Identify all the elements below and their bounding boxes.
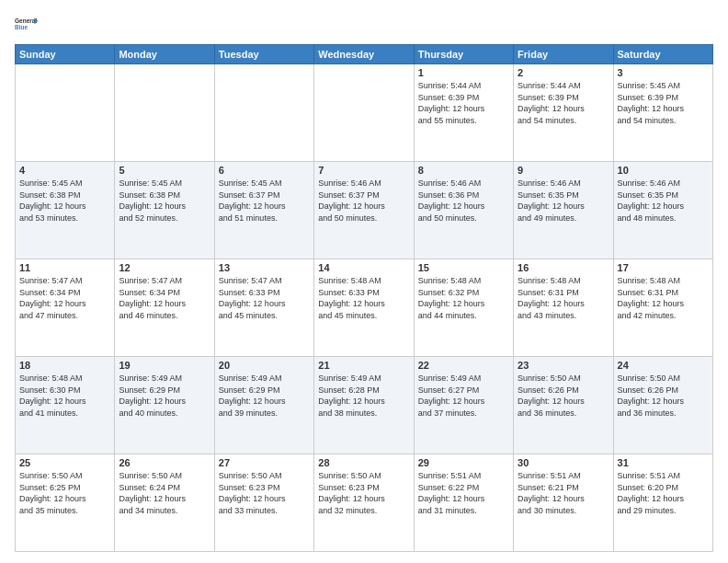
col-header-wednesday: Wednesday: [314, 45, 414, 64]
logo-icon: GeneralBlue: [15, 11, 40, 37]
calendar-cell: 24Sunrise: 5:50 AM Sunset: 6:26 PM Dayli…: [613, 357, 712, 454]
calendar-week-1: 1Sunrise: 5:44 AM Sunset: 6:39 PM Daylig…: [16, 64, 713, 162]
col-header-saturday: Saturday: [613, 45, 712, 64]
header: GeneralBlue: [15, 11, 713, 37]
day-number: 20: [219, 360, 310, 371]
day-number: 8: [418, 165, 509, 176]
calendar-cell: 3Sunrise: 5:45 AM Sunset: 6:39 PM Daylig…: [613, 64, 712, 162]
day-number: 21: [318, 360, 409, 371]
svg-text:Blue: Blue: [15, 24, 28, 30]
day-number: 23: [518, 360, 609, 371]
calendar-cell: 20Sunrise: 5:49 AM Sunset: 6:29 PM Dayli…: [214, 357, 313, 454]
day-info: Sunrise: 5:48 AM Sunset: 6:31 PM Dayligh…: [618, 275, 709, 321]
calendar-body: 1Sunrise: 5:44 AM Sunset: 6:39 PM Daylig…: [16, 64, 713, 552]
col-header-thursday: Thursday: [414, 45, 513, 64]
col-header-sunday: Sunday: [16, 45, 115, 64]
calendar-cell: 25Sunrise: 5:50 AM Sunset: 6:25 PM Dayli…: [16, 454, 115, 552]
day-number: 27: [219, 457, 310, 468]
calendar-cell: 1Sunrise: 5:44 AM Sunset: 6:39 PM Daylig…: [414, 64, 513, 162]
day-number: 16: [518, 262, 609, 273]
calendar-cell: [16, 64, 115, 162]
day-info: Sunrise: 5:48 AM Sunset: 6:32 PM Dayligh…: [418, 275, 509, 321]
day-number: 5: [119, 165, 210, 176]
day-info: Sunrise: 5:48 AM Sunset: 6:31 PM Dayligh…: [518, 275, 609, 321]
day-number: 24: [618, 360, 709, 371]
calendar-cell: 18Sunrise: 5:48 AM Sunset: 6:30 PM Dayli…: [16, 357, 115, 454]
col-header-friday: Friday: [514, 45, 613, 64]
calendar-cell: 11Sunrise: 5:47 AM Sunset: 6:34 PM Dayli…: [16, 259, 115, 357]
day-number: 25: [19, 457, 110, 468]
day-info: Sunrise: 5:47 AM Sunset: 6:34 PM Dayligh…: [19, 275, 110, 321]
calendar-week-2: 4Sunrise: 5:45 AM Sunset: 6:38 PM Daylig…: [16, 162, 713, 259]
calendar-cell: 10Sunrise: 5:46 AM Sunset: 6:35 PM Dayli…: [613, 162, 712, 259]
calendar-cell: 2Sunrise: 5:44 AM Sunset: 6:39 PM Daylig…: [514, 64, 613, 162]
day-info: Sunrise: 5:46 AM Sunset: 6:37 PM Dayligh…: [318, 178, 409, 224]
calendar-cell: 14Sunrise: 5:48 AM Sunset: 6:33 PM Dayli…: [314, 259, 414, 357]
calendar-cell: 17Sunrise: 5:48 AM Sunset: 6:31 PM Dayli…: [613, 259, 712, 357]
day-number: 3: [618, 67, 709, 78]
day-info: Sunrise: 5:48 AM Sunset: 6:30 PM Dayligh…: [19, 373, 110, 419]
day-number: 31: [618, 457, 709, 468]
day-info: Sunrise: 5:46 AM Sunset: 6:35 PM Dayligh…: [618, 178, 709, 224]
calendar-header-row: SundayMondayTuesdayWednesdayThursdayFrid…: [16, 45, 713, 64]
day-info: Sunrise: 5:45 AM Sunset: 6:37 PM Dayligh…: [219, 178, 310, 224]
calendar-cell: 16Sunrise: 5:48 AM Sunset: 6:31 PM Dayli…: [514, 259, 613, 357]
calendar-cell: 12Sunrise: 5:47 AM Sunset: 6:34 PM Dayli…: [115, 259, 214, 357]
calendar-cell: 5Sunrise: 5:45 AM Sunset: 6:38 PM Daylig…: [115, 162, 214, 259]
calendar-cell: 27Sunrise: 5:50 AM Sunset: 6:23 PM Dayli…: [214, 454, 313, 552]
day-number: 7: [318, 165, 409, 176]
day-info: Sunrise: 5:51 AM Sunset: 6:21 PM Dayligh…: [518, 470, 609, 516]
calendar-cell: 31Sunrise: 5:51 AM Sunset: 6:20 PM Dayli…: [613, 454, 712, 552]
calendar-cell: 28Sunrise: 5:50 AM Sunset: 6:23 PM Dayli…: [314, 454, 414, 552]
day-number: 26: [119, 457, 210, 468]
day-number: 22: [418, 360, 509, 371]
calendar-cell: 26Sunrise: 5:50 AM Sunset: 6:24 PM Dayli…: [115, 454, 214, 552]
day-number: 12: [119, 262, 210, 273]
calendar-table: SundayMondayTuesdayWednesdayThursdayFrid…: [15, 44, 713, 552]
calendar-cell: 29Sunrise: 5:51 AM Sunset: 6:22 PM Dayli…: [414, 454, 513, 552]
day-number: 2: [518, 67, 609, 78]
day-info: Sunrise: 5:47 AM Sunset: 6:34 PM Dayligh…: [119, 275, 210, 321]
day-info: Sunrise: 5:46 AM Sunset: 6:35 PM Dayligh…: [518, 178, 609, 224]
day-info: Sunrise: 5:50 AM Sunset: 6:23 PM Dayligh…: [219, 470, 310, 516]
calendar-cell: 22Sunrise: 5:49 AM Sunset: 6:27 PM Dayli…: [414, 357, 513, 454]
day-number: 14: [318, 262, 409, 273]
calendar-cell: [314, 64, 414, 162]
day-info: Sunrise: 5:45 AM Sunset: 6:39 PM Dayligh…: [618, 80, 709, 126]
day-number: 15: [418, 262, 509, 273]
day-info: Sunrise: 5:51 AM Sunset: 6:20 PM Dayligh…: [618, 470, 709, 516]
calendar-cell: 9Sunrise: 5:46 AM Sunset: 6:35 PM Daylig…: [514, 162, 613, 259]
calendar-cell: 7Sunrise: 5:46 AM Sunset: 6:37 PM Daylig…: [314, 162, 414, 259]
day-number: 13: [219, 262, 310, 273]
svg-text:General: General: [15, 17, 37, 24]
col-header-tuesday: Tuesday: [214, 45, 313, 64]
day-info: Sunrise: 5:50 AM Sunset: 6:23 PM Dayligh…: [318, 470, 409, 516]
day-number: 10: [618, 165, 709, 176]
calendar-week-5: 25Sunrise: 5:50 AM Sunset: 6:25 PM Dayli…: [16, 454, 713, 552]
day-info: Sunrise: 5:50 AM Sunset: 6:26 PM Dayligh…: [518, 373, 609, 419]
calendar-cell: [115, 64, 214, 162]
calendar-cell: 6Sunrise: 5:45 AM Sunset: 6:37 PM Daylig…: [214, 162, 313, 259]
day-info: Sunrise: 5:46 AM Sunset: 6:36 PM Dayligh…: [418, 178, 509, 224]
logo: GeneralBlue: [15, 11, 40, 37]
day-info: Sunrise: 5:45 AM Sunset: 6:38 PM Dayligh…: [19, 178, 110, 224]
page: GeneralBlue SundayMondayTuesdayWednesday…: [0, 0, 728, 563]
day-number: 18: [19, 360, 110, 371]
calendar-week-4: 18Sunrise: 5:48 AM Sunset: 6:30 PM Dayli…: [16, 357, 713, 454]
day-info: Sunrise: 5:51 AM Sunset: 6:22 PM Dayligh…: [418, 470, 509, 516]
calendar-cell: 13Sunrise: 5:47 AM Sunset: 6:33 PM Dayli…: [214, 259, 313, 357]
col-header-monday: Monday: [115, 45, 214, 64]
calendar-cell: 21Sunrise: 5:49 AM Sunset: 6:28 PM Dayli…: [314, 357, 414, 454]
day-info: Sunrise: 5:49 AM Sunset: 6:28 PM Dayligh…: [318, 373, 409, 419]
day-number: 29: [418, 457, 509, 468]
day-number: 6: [219, 165, 310, 176]
day-info: Sunrise: 5:49 AM Sunset: 6:27 PM Dayligh…: [418, 373, 509, 419]
day-number: 4: [19, 165, 110, 176]
calendar-cell: 15Sunrise: 5:48 AM Sunset: 6:32 PM Dayli…: [414, 259, 513, 357]
day-number: 30: [518, 457, 609, 468]
day-info: Sunrise: 5:44 AM Sunset: 6:39 PM Dayligh…: [418, 80, 509, 126]
day-number: 9: [518, 165, 609, 176]
day-info: Sunrise: 5:48 AM Sunset: 6:33 PM Dayligh…: [318, 275, 409, 321]
calendar-cell: 8Sunrise: 5:46 AM Sunset: 6:36 PM Daylig…: [414, 162, 513, 259]
day-info: Sunrise: 5:50 AM Sunset: 6:25 PM Dayligh…: [19, 470, 110, 516]
